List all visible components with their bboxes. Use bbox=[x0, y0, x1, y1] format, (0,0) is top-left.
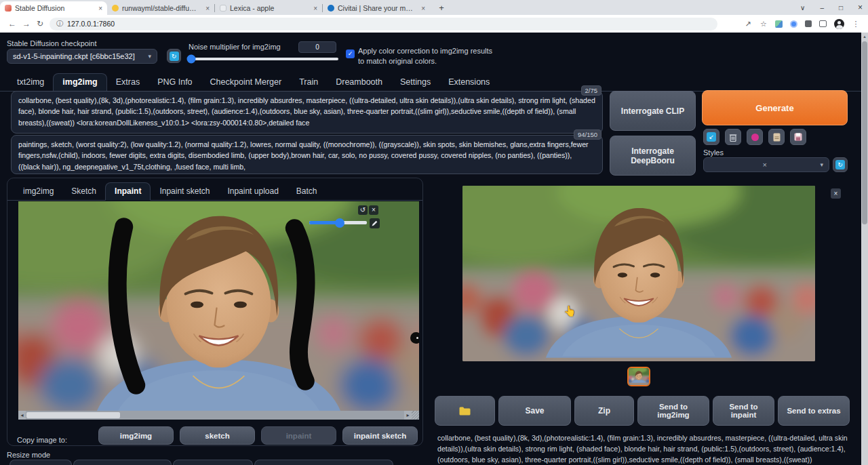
tab-txt2img[interactable]: txt2img bbox=[8, 74, 53, 91]
save-style-button[interactable] bbox=[790, 129, 806, 145]
minimize-icon[interactable]: – bbox=[820, 4, 824, 12]
tab-extensions[interactable]: Extensions bbox=[439, 74, 498, 91]
browser-tab-title: runwayml/stable-diffusion-inpa bbox=[122, 4, 199, 12]
site-info-icon[interactable]: ⓘ bbox=[56, 19, 63, 28]
resize-mode-option[interactable] bbox=[9, 460, 72, 465]
resize-mode-option[interactable] bbox=[254, 460, 393, 465]
tab-close-icon[interactable]: × bbox=[418, 5, 425, 12]
resize-mode-option[interactable] bbox=[173, 460, 253, 465]
browser-toolbar: ← → ↻ ⓘ 127.0.0.1:7860 ↗ ☆ ⋮ bbox=[0, 15, 868, 33]
copy-to-inpaint-sketch-button[interactable]: inpaint sketch bbox=[342, 426, 418, 445]
inpaint-canvas[interactable]: ↺ × bbox=[18, 201, 419, 411]
tab-close-icon[interactable]: × bbox=[311, 5, 317, 12]
tab-png-info[interactable]: PNG Info bbox=[149, 74, 201, 91]
browser-tab-lexica[interactable]: Lexica - apple × bbox=[215, 1, 322, 15]
send-to-inpaint-button[interactable]: Send to inpaint bbox=[713, 396, 774, 426]
scroll-left-icon[interactable]: ◂ bbox=[18, 411, 26, 420]
zip-button[interactable]: Zip bbox=[574, 396, 634, 426]
result-image[interactable] bbox=[462, 186, 815, 361]
scrollbar-thumb[interactable] bbox=[862, 41, 867, 224]
clear-image-button[interactable]: × bbox=[369, 205, 378, 215]
refresh-styles-button[interactable]: ↻ bbox=[833, 157, 848, 172]
clear-prompt-button[interactable] bbox=[725, 129, 741, 145]
paste-generation-params-button[interactable]: ↙ bbox=[703, 129, 719, 145]
scroll-up-icon[interactable]: ▴ bbox=[861, 33, 868, 41]
tab-mode-batch[interactable]: Batch bbox=[288, 183, 326, 200]
interrogate-clip-button[interactable]: Interrogate CLIP bbox=[610, 91, 696, 131]
tab-mode-sketch[interactable]: Sketch bbox=[62, 183, 105, 200]
trash-icon bbox=[729, 133, 737, 142]
tab-train[interactable]: Train bbox=[290, 74, 327, 91]
extension-blue-icon[interactable] bbox=[790, 20, 797, 28]
new-tab-button[interactable]: + bbox=[435, 2, 448, 14]
brush-color-knob[interactable] bbox=[410, 332, 419, 344]
tab-checkpoint-merger[interactable]: Checkpoint Merger bbox=[201, 74, 291, 91]
save-button[interactable]: Save bbox=[498, 396, 571, 426]
profile-avatar[interactable] bbox=[834, 19, 844, 29]
refresh-checkpoint-button[interactable]: ↻ bbox=[167, 49, 181, 63]
tab-mode-inpaint-upload[interactable]: Inpaint upload bbox=[218, 183, 287, 200]
slider-handle[interactable] bbox=[335, 218, 344, 228]
send-to-extras-button[interactable]: Send to extras bbox=[778, 396, 850, 426]
slider-handle[interactable] bbox=[187, 55, 196, 64]
styles-dropdown[interactable]: × ▾ bbox=[703, 157, 829, 172]
clear-styles-icon[interactable]: × bbox=[763, 161, 767, 169]
page-scrollbar[interactable]: ▴ bbox=[861, 33, 868, 465]
copy-to-sketch-button[interactable]: sketch bbox=[180, 426, 255, 445]
send-to-img2img-button[interactable]: Send to img2img bbox=[637, 396, 709, 426]
extension-grid-icon[interactable] bbox=[775, 20, 783, 28]
browser-tab-title: Civitai | Share your models bbox=[338, 4, 415, 12]
browser-tab-stable-diffusion[interactable]: Stable Diffusion × bbox=[0, 1, 107, 15]
canvas-horizontal-scrollbar[interactable]: ◂ ▸ bbox=[18, 411, 419, 420]
tab-dreambooth[interactable]: Dreambooth bbox=[327, 74, 391, 91]
open-folder-button[interactable] bbox=[435, 396, 495, 426]
tab-extras[interactable]: Extras bbox=[107, 74, 149, 91]
back-icon[interactable]: ← bbox=[8, 19, 16, 28]
brush-tool-button[interactable] bbox=[370, 218, 380, 228]
share-icon[interactable]: ↗ bbox=[744, 20, 752, 28]
browser-tab-runwayml[interactable]: runwayml/stable-diffusion-inpa × bbox=[107, 1, 214, 15]
generate-button[interactable]: Generate bbox=[702, 90, 848, 125]
tab-img2img[interactable]: img2img bbox=[53, 73, 106, 92]
inpaint-mask-stroke-right bbox=[294, 228, 306, 382]
scrollbar-thumb[interactable] bbox=[26, 412, 120, 418]
color-correction-label: Apply color correction to img2img result… bbox=[358, 46, 497, 66]
negative-prompt-textarea[interactable]: paintings, sketch, (worst quality:2), (l… bbox=[11, 135, 603, 174]
copy-to-img2img-button[interactable]: img2img bbox=[98, 426, 174, 445]
maximize-icon[interactable]: □ bbox=[839, 4, 843, 12]
bookmark-star-icon[interactable]: ☆ bbox=[760, 20, 768, 28]
address-bar[interactable]: ⓘ 127.0.0.1:7860 bbox=[50, 18, 717, 31]
undo-stroke-button[interactable]: ↺ bbox=[358, 205, 368, 215]
tab-close-icon[interactable]: × bbox=[203, 5, 210, 12]
prompt-textarea[interactable]: collarbone, (best quality),(8k, 3d),(pho… bbox=[11, 91, 603, 134]
tab-settings[interactable]: Settings bbox=[391, 74, 439, 91]
browser-tab-civitai[interactable]: Civitai | Share your models × bbox=[323, 1, 430, 15]
tab-close-icon[interactable]: × bbox=[96, 5, 102, 12]
gallery-thumbnail[interactable] bbox=[627, 367, 650, 386]
forward-icon[interactable]: → bbox=[22, 19, 31, 28]
tab-mode-inpaint[interactable]: Inpaint bbox=[105, 182, 151, 201]
close-gallery-button[interactable]: × bbox=[831, 188, 841, 199]
interrogate-deepbooru-button[interactable]: Interrogate DeepBooru bbox=[610, 136, 696, 176]
tab-mode-img2img[interactable]: img2img bbox=[14, 183, 62, 200]
reload-icon[interactable]: ↻ bbox=[37, 19, 43, 28]
extensions-puzzle-icon[interactable] bbox=[805, 20, 812, 27]
browser-menu-icon[interactable]: ⋮ bbox=[852, 20, 860, 28]
noise-multiplier-slider[interactable] bbox=[189, 58, 338, 60]
prompt-container: 2/75 collarbone, (best quality),(8k, 3d)… bbox=[11, 91, 603, 134]
resize-mode-option[interactable] bbox=[73, 460, 172, 465]
close-window-icon[interactable]: × bbox=[858, 3, 863, 12]
copy-to-inpaint-button: inpaint bbox=[261, 426, 336, 445]
tab-mode-inpaint-sketch[interactable]: Inpaint sketch bbox=[151, 183, 218, 200]
brush-size-slider[interactable] bbox=[309, 221, 367, 224]
tab-search-icon[interactable]: ∨ bbox=[800, 4, 805, 12]
browser-tab-title: Lexica - apple bbox=[230, 4, 307, 12]
side-panel-icon[interactable] bbox=[819, 20, 827, 27]
resize-grip[interactable] bbox=[412, 411, 419, 420]
noise-multiplier-input[interactable]: 0 bbox=[298, 41, 336, 53]
checkpoint-dropdown[interactable]: sd-v1-5-inpainting.ckpt [c6bbc15e32] ▾ bbox=[7, 49, 157, 64]
apply-styles-button[interactable] bbox=[768, 129, 785, 145]
scroll-right-icon[interactable]: ▸ bbox=[404, 411, 412, 420]
color-correction-checkbox[interactable]: ✓ bbox=[346, 49, 355, 58]
extra-networks-button[interactable] bbox=[747, 129, 763, 145]
